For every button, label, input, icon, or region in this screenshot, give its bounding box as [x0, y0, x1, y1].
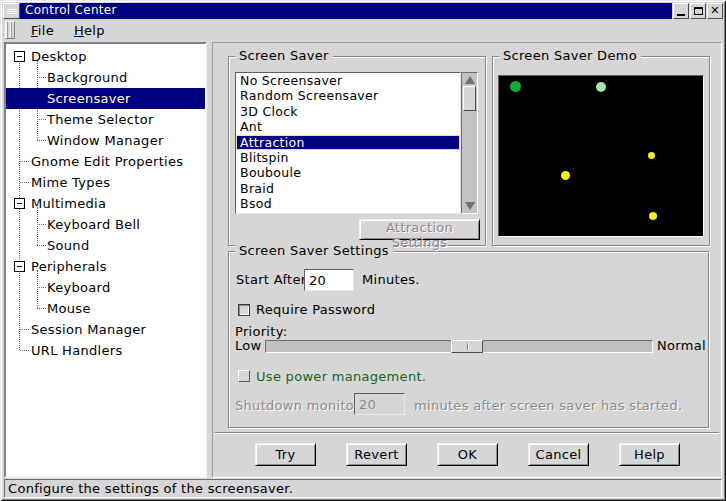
statusbar: Configure the settings of the screensave…	[4, 479, 722, 498]
list-item-braid[interactable]: Braid	[236, 181, 460, 196]
list-item-no-screensaver[interactable]: No Screensaver	[236, 73, 460, 88]
minutes-label: Minutes.	[362, 272, 420, 287]
tree-branch-stub	[37, 308, 46, 309]
priority-slider[interactable]	[265, 340, 653, 353]
tree-item-label: Keyboard Bell	[47, 214, 140, 235]
menu-help[interactable]: Help	[64, 21, 115, 40]
screen-saver-settings-frame: Screen Saver Settings Start After Minute…	[228, 251, 709, 428]
menu-help-label: Help	[74, 23, 105, 38]
ok-button[interactable]: OK	[437, 443, 498, 466]
tree-item-label: Session Manager	[31, 319, 146, 340]
tree-item-label: Mouse	[47, 298, 91, 319]
tree-item-screensaver[interactable]: Screensaver	[6, 88, 205, 109]
tree-item-label: Screensaver	[47, 88, 131, 109]
tree-branch-stub	[20, 350, 29, 351]
tree-item-label: Sound	[47, 235, 89, 256]
demo-particle-5	[649, 212, 657, 220]
settings-frame-title: Screen Saver Settings	[235, 243, 393, 259]
tree-item-url-handlers[interactable]: URL Handlers	[6, 340, 205, 361]
list-item-ant[interactable]: Ant	[236, 119, 460, 134]
tree-item-label: Desktop	[31, 46, 87, 67]
tree-branch-stub	[37, 77, 46, 78]
tree-item-theme-selector[interactable]: Theme Selector	[6, 109, 205, 130]
priority-slider-handle[interactable]	[451, 340, 483, 353]
tree-item-label: Theme Selector	[47, 109, 154, 130]
minimize-button[interactable]	[673, 3, 689, 19]
window-menu-button[interactable]	[3, 3, 20, 19]
priority-normal-label: Normal	[657, 338, 706, 353]
attraction-settings-button[interactable]: Attraction Settings	[359, 219, 480, 240]
control-center-window: Control Center ✕ FileHelp DesktopBackgro…	[0, 0, 726, 501]
tree-item-mime-types[interactable]: Mime Types	[6, 172, 205, 193]
close-button[interactable]: ✕	[707, 3, 723, 19]
start-after-input[interactable]	[304, 269, 354, 291]
scrollbar-thumb[interactable]	[463, 86, 476, 111]
scroll-up-icon[interactable]	[465, 76, 475, 84]
menubar: FileHelp	[3, 19, 723, 41]
help-button[interactable]: Help	[619, 443, 680, 466]
try-button[interactable]: Try	[255, 443, 316, 466]
tree-item-label: Keyboard	[47, 277, 111, 298]
require-password-checkbox[interactable]	[238, 304, 250, 316]
tree-branch-stub	[37, 287, 46, 288]
tree-item-keyboard-bell[interactable]: Keyboard Bell	[6, 214, 205, 235]
minimize-icon	[677, 14, 685, 16]
tree-branch-stub	[37, 245, 46, 246]
priority-label: Priority:	[235, 324, 287, 339]
start-after-label: Start After	[236, 272, 306, 287]
list-item-3d-clock[interactable]: 3D Clock	[236, 104, 460, 119]
tree-branch-stub	[37, 224, 46, 225]
demo-particle-2	[596, 82, 606, 92]
tree-item-session-manager[interactable]: Session Manager	[6, 319, 205, 340]
tree-collapse-icon[interactable]	[14, 261, 25, 272]
tree-item-window-manager[interactable]: Window Manager	[6, 130, 205, 151]
tree-item-background[interactable]: Background	[6, 67, 205, 88]
require-password-label: Require Password	[256, 302, 375, 317]
screensaver-demo-preview	[498, 75, 704, 237]
demo-particle-4	[561, 171, 570, 180]
list-item-attraction[interactable]: Attraction	[236, 135, 460, 150]
tree-branch-stub	[37, 119, 46, 120]
cancel-button[interactable]: Cancel	[528, 443, 589, 466]
window-title: Control Center	[25, 3, 117, 17]
list-item-blitspin[interactable]: Blitspin	[236, 150, 460, 165]
tree-item-multimedia[interactable]: Multimedia	[6, 193, 205, 214]
capplet-panel: Screen Saver No ScreensaverRandom Screen…	[212, 42, 722, 478]
power-management-label: Use power management.	[256, 369, 426, 384]
shutdown-monitor-label: Shutdown monitor	[235, 398, 360, 413]
power-management-checkbox[interactable]	[238, 370, 250, 382]
shutdown-monitor-suffix: minutes after screen saver has started.	[414, 398, 682, 413]
tree-branch-stub	[20, 329, 29, 330]
scroll-down-icon[interactable]	[465, 202, 475, 210]
list-item-bouboule[interactable]: Bouboule	[236, 165, 460, 180]
titlebar-drag-area[interactable]: Control Center	[20, 3, 672, 19]
revert-button[interactable]: Revert	[346, 443, 407, 466]
tree-branch-stub	[20, 161, 29, 162]
demo-particle-3	[648, 152, 655, 159]
menubar-grip-handle[interactable]	[5, 21, 15, 39]
tree-item-label: URL Handlers	[31, 340, 122, 361]
tree-branch-stub	[37, 140, 46, 141]
tree-item-keyboard[interactable]: Keyboard	[6, 277, 205, 298]
category-tree-panel: DesktopBackgroundScreensaverTheme Select…	[4, 42, 207, 478]
list-item-random-screensaver[interactable]: Random Screensaver	[236, 88, 460, 103]
demo-particle-1	[510, 81, 521, 92]
maximize-button[interactable]	[690, 3, 706, 19]
screensaver-list[interactable]: No ScreensaverRandom Screensaver3D Clock…	[235, 72, 461, 214]
tree-item-gnome-edit-properties[interactable]: Gnome Edit Properties	[6, 151, 205, 172]
tree-item-desktop[interactable]: Desktop	[6, 46, 205, 67]
screen-saver-frame: Screen Saver No ScreensaverRandom Screen…	[228, 56, 486, 246]
tree-item-peripherals[interactable]: Peripherals	[6, 256, 205, 277]
tree-item-mouse[interactable]: Mouse	[6, 298, 205, 319]
screensaver-list-scrollbar[interactable]	[461, 72, 478, 214]
priority-low-label: Low	[235, 338, 262, 353]
tree-item-label: Window Manager	[47, 130, 164, 151]
menu-file-label: File	[31, 23, 54, 38]
shutdown-monitor-input[interactable]	[354, 393, 405, 415]
tree-collapse-icon[interactable]	[14, 198, 25, 209]
list-item-bsod[interactable]: Bsod	[236, 196, 460, 211]
tree-item-sound[interactable]: Sound	[6, 235, 205, 256]
maximize-icon	[694, 7, 703, 15]
menu-file[interactable]: File	[21, 21, 64, 40]
tree-collapse-icon[interactable]	[14, 51, 25, 62]
